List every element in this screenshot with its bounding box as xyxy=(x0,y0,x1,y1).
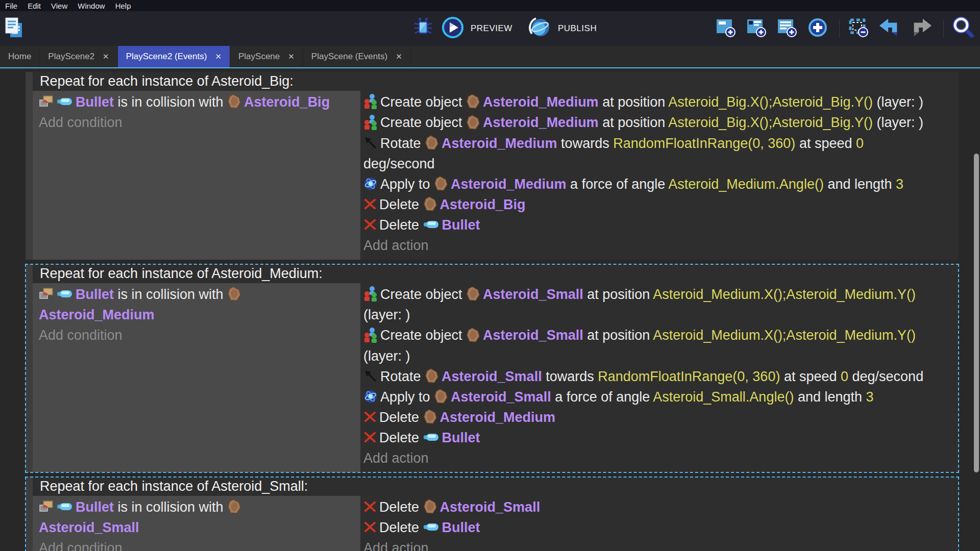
object-name: Asteroid_Medium xyxy=(483,94,599,110)
condition-row[interactable]: Asteroid_Small xyxy=(39,517,355,538)
event-drag-handle[interactable] xyxy=(26,477,33,551)
action-row[interactable]: Delete Bullet xyxy=(363,517,954,538)
action-row[interactable]: (layer: ) xyxy=(363,346,954,366)
instruction-text: at position xyxy=(599,94,669,110)
add-comment-button[interactable] xyxy=(776,17,800,41)
collision-icon xyxy=(39,287,54,300)
expression: Asteroid_Big.X();Asteroid_Big.Y() xyxy=(668,94,873,110)
delete-icon xyxy=(363,218,377,231)
action-row[interactable]: Create object Asteroid_Small at position… xyxy=(363,325,954,345)
bullet-sprite xyxy=(57,97,73,106)
event-body: Bullet is in collision with Asteroid_Big… xyxy=(33,91,959,260)
instruction-text: at position xyxy=(599,115,669,130)
redo-button[interactable] xyxy=(910,17,935,40)
asteroid-sprite xyxy=(434,389,448,404)
instruction-text: Rotate xyxy=(380,369,425,384)
action-row[interactable]: (layer: ) xyxy=(363,305,954,325)
conditions-panel: Bullet is in collision with Asteroid_Med… xyxy=(33,283,360,472)
asteroid-sprite xyxy=(466,115,480,130)
event-header[interactable]: Repeat for each instance of Asteroid_Sma… xyxy=(33,477,959,496)
add-condition-button[interactable]: Add condition xyxy=(39,538,355,551)
undo-icon xyxy=(878,17,901,38)
action-row[interactable]: Rotate Asteroid_Small towards RandomFloa… xyxy=(363,366,954,387)
tab-home[interactable]: Home xyxy=(0,46,40,67)
event-body: Bullet is in collision with Asteroid_Med… xyxy=(33,283,959,472)
event-header[interactable]: Repeat for each instance of Asteroid_Big… xyxy=(33,72,959,91)
action-row[interactable]: Rotate Asteroid_Medium towards RandomFlo… xyxy=(363,133,954,154)
action-row[interactable]: deg/second xyxy=(363,154,954,174)
condition-row[interactable]: Asteroid_Medium xyxy=(39,305,355,325)
tab-playscene-events[interactable]: PlayScene (Events)✕ xyxy=(303,46,411,67)
menu-item-help[interactable]: Help xyxy=(110,2,136,10)
action-row[interactable]: Delete Asteroid_Medium xyxy=(363,407,954,428)
add-condition-button[interactable]: Add condition xyxy=(39,112,355,133)
action-row[interactable]: Delete Bullet xyxy=(363,215,954,235)
instruction-text: Delete xyxy=(379,410,423,425)
expression: Asteroid_Medium.X();Asteroid_Medium.Y() xyxy=(653,328,916,343)
remove-selection-button[interactable] xyxy=(848,17,872,41)
condition-row[interactable]: Bullet is in collision with Asteroid_Big xyxy=(39,92,355,112)
asteroid-sprite xyxy=(423,196,437,212)
event-drag-handle[interactable] xyxy=(26,72,33,260)
add-action-button[interactable]: Add action xyxy=(363,538,954,551)
add-subevent-button[interactable] xyxy=(746,17,770,41)
project-manager-button[interactable] xyxy=(4,17,26,41)
event-drag-handle[interactable] xyxy=(26,264,33,472)
expression: Asteroid_Big.X();Asteroid_Big.Y() xyxy=(668,115,873,130)
close-icon[interactable]: ✕ xyxy=(396,52,402,61)
instruction-text: towards xyxy=(557,136,614,151)
expression: Asteroid_Medium.X();Asteroid_Medium.Y() xyxy=(653,287,916,302)
menu-item-file[interactable]: File xyxy=(0,2,22,10)
action-row[interactable]: Delete Bullet xyxy=(363,428,954,448)
add-action-button[interactable]: Add action xyxy=(363,448,954,468)
event-block: Repeat for each instance of Asteroid_Sma… xyxy=(26,477,959,551)
tab-playscene[interactable]: PlayScene✕ xyxy=(230,46,303,67)
action-row[interactable]: Delete Asteroid_Big xyxy=(363,194,954,215)
menu-item-view[interactable]: View xyxy=(46,2,72,10)
object-name: Bullet xyxy=(442,217,480,233)
vertical-scrollbar[interactable] xyxy=(974,154,979,472)
action-row[interactable]: Apply to Asteroid_Medium a force of angl… xyxy=(363,174,954,194)
instruction-text: Create object xyxy=(380,287,466,302)
event-header[interactable]: Repeat for each instance of Asteroid_Med… xyxy=(33,264,959,283)
undo-button[interactable] xyxy=(878,17,903,40)
instruction-text: a force of angle xyxy=(551,389,653,405)
bullet-sprite xyxy=(57,289,73,298)
search-icon xyxy=(952,16,974,39)
publish-button[interactable]: PUBLISH xyxy=(529,16,597,41)
object-name: Asteroid_Big xyxy=(244,94,330,110)
close-icon[interactable]: ✕ xyxy=(288,52,295,61)
actions-panel: Delete Asteroid_SmallDelete BulletAdd ac… xyxy=(360,496,959,551)
close-icon[interactable]: ✕ xyxy=(215,52,222,61)
condition-row[interactable]: Bullet is in collision with xyxy=(39,497,355,517)
asteroid-sprite xyxy=(423,409,437,424)
action-row[interactable]: Create object Asteroid_Small at position… xyxy=(363,284,954,305)
close-icon[interactable]: ✕ xyxy=(103,52,109,61)
collision-icon xyxy=(39,500,54,513)
add-circle-button[interactable] xyxy=(807,17,831,41)
asteroid-sprite xyxy=(434,176,448,191)
condition-row[interactable]: Bullet is in collision with xyxy=(39,284,355,305)
action-row[interactable]: Delete Asteroid_Small xyxy=(363,497,954,517)
action-row[interactable]: Create object Asteroid_Medium at positio… xyxy=(363,112,954,133)
action-row[interactable]: Create object Asteroid_Medium at positio… xyxy=(363,92,954,112)
debug-button[interactable] xyxy=(412,17,436,40)
object-name: Bullet xyxy=(442,430,480,445)
tab-playscene2-events[interactable]: PlayScene2 (Events)✕ xyxy=(118,46,230,67)
tab-label: Home xyxy=(8,52,31,62)
preview-button[interactable]: PREVIEW xyxy=(442,16,512,41)
tab-playscene2[interactable]: PlayScene2✕ xyxy=(40,46,117,67)
instruction-text: Create object xyxy=(380,94,466,110)
search-button[interactable] xyxy=(952,16,977,41)
object-name: Bullet xyxy=(76,94,114,110)
action-row[interactable]: Apply to Asteroid_Small a force of angle… xyxy=(363,387,954,407)
add-condition-button[interactable]: Add condition xyxy=(39,325,355,345)
add-event-button[interactable] xyxy=(715,17,739,41)
instruction-text: Delete xyxy=(379,499,423,515)
event-content: Repeat for each instance of Asteroid_Big… xyxy=(33,72,959,260)
menu-item-edit[interactable]: Edit xyxy=(22,2,46,10)
menu-item-window[interactable]: Window xyxy=(72,2,110,10)
events-sheet: Repeat for each instance of Asteroid_Big… xyxy=(0,68,980,551)
object-name: Bullet xyxy=(76,287,114,302)
add-action-button[interactable]: Add action xyxy=(363,235,954,256)
